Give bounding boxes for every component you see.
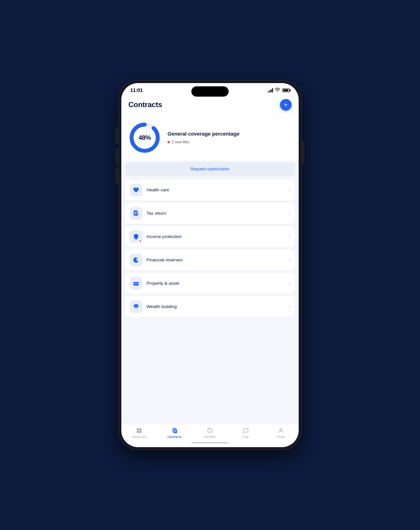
phone-screen: 11:01 — [121, 83, 299, 447]
screen-content: Contracts + 48% General coverag — [121, 95, 299, 424]
page-title: Contracts — [128, 100, 162, 109]
nav-label-dashboard: Dashboard — [131, 435, 146, 439]
coverage-info: General coverage percentage 2 new files — [168, 131, 292, 144]
category-list: Health care › — [121, 176, 299, 320]
svg-point-26 — [244, 430, 245, 430]
status-bar: 11:01 — [121, 83, 299, 95]
nav-label-chat: Chat — [242, 435, 248, 439]
svg-point-29 — [280, 428, 282, 431]
tax-return-label: Tax return — [146, 211, 285, 216]
chevron-right-icon: › — [289, 304, 290, 309]
financial-reserves-icon-wrap — [130, 254, 142, 266]
battery-icon — [282, 88, 290, 92]
chevron-right-icon: › — [289, 187, 290, 192]
phone-frame: 11:01 — [119, 81, 301, 449]
chevron-right-icon: › — [289, 257, 290, 262]
briefcase-icon — [133, 280, 139, 287]
home-indicator — [121, 440, 299, 447]
pie-chart-icon — [133, 257, 139, 263]
nav-item-profile[interactable]: Profile — [272, 427, 290, 439]
person-icon — [277, 427, 284, 434]
optimization-button[interactable]: Request optimization — [125, 162, 295, 176]
add-button[interactable]: + — [280, 99, 292, 111]
category-item-income-protection[interactable]: Income protection › — [125, 226, 295, 247]
home-bar — [191, 442, 229, 443]
svg-point-27 — [245, 430, 246, 430]
status-time: 11:01 — [130, 87, 143, 93]
coverage-section: 48% General coverage percentage 2 new fi… — [121, 116, 299, 161]
dynamic-island — [191, 86, 229, 97]
svg-rect-16 — [139, 431, 141, 433]
chevron-right-icon: › — [289, 281, 290, 286]
nav-item-contracts[interactable]: Contracts — [165, 427, 184, 439]
chevron-right-icon: › — [289, 211, 290, 216]
shield-icon — [133, 233, 139, 240]
notification-dot — [139, 240, 141, 242]
svg-rect-15 — [137, 431, 139, 433]
property-asset-label: Property & asset — [146, 281, 285, 286]
svg-rect-14 — [139, 428, 141, 430]
category-item-property-asset[interactable]: Property & asset › — [125, 273, 295, 294]
grid-icon — [136, 427, 143, 434]
income-protection-icon-wrap — [130, 230, 142, 243]
bottom-nav: Dashboard Contracts — [121, 424, 299, 440]
nav-item-dashboard[interactable]: Dashboard — [130, 427, 148, 439]
new-files-text: 2 new files — [172, 140, 189, 144]
optimization-section: Request optimization — [121, 162, 299, 176]
wifi-icon — [275, 88, 280, 93]
category-item-wealth-building[interactable]: Wealth building › — [125, 296, 295, 317]
wealth-building-label: Wealth building — [146, 304, 285, 309]
chat-icon — [242, 427, 249, 434]
nav-label-benefits: Benefits — [205, 435, 216, 439]
coverage-donut: 48% — [128, 121, 161, 154]
coverage-percentage: 48% — [138, 134, 151, 141]
chevron-right-icon: › — [289, 234, 290, 239]
heart-icon — [133, 187, 139, 193]
new-files-dot — [168, 141, 170, 143]
svg-point-0 — [277, 91, 278, 92]
document-icon — [133, 210, 139, 217]
svg-rect-13 — [137, 428, 139, 430]
nav-item-chat[interactable]: Chat — [236, 427, 255, 439]
nav-item-benefits[interactable]: Benefits — [201, 427, 219, 439]
contracts-icon — [171, 427, 178, 434]
category-item-financial-reserves[interactable]: Financial reserves › — [125, 250, 295, 270]
status-icons — [268, 88, 290, 93]
benefits-icon — [206, 427, 214, 434]
coverage-title: General coverage percentage — [168, 131, 292, 137]
new-files-row: 2 new files — [168, 140, 292, 144]
svg-point-28 — [246, 430, 247, 430]
financial-reserves-label: Financial reserves — [146, 257, 285, 263]
coins-icon — [133, 303, 139, 310]
income-protection-label: Income protection — [146, 234, 285, 239]
tax-return-icon-wrap — [130, 207, 142, 220]
signal-icon — [268, 88, 273, 92]
health-care-icon-wrap — [130, 184, 142, 196]
nav-label-contracts: Contracts — [168, 435, 182, 439]
nav-label-profile: Profile — [277, 435, 285, 439]
page-header: Contracts + — [121, 95, 299, 115]
wealth-building-icon-wrap — [130, 300, 142, 313]
property-asset-icon-wrap — [130, 277, 142, 290]
category-item-tax-return[interactable]: Tax return › — [125, 203, 295, 224]
donut-center: 48% — [138, 134, 151, 141]
health-care-label: Health care — [146, 187, 285, 192]
plus-icon: + — [284, 102, 288, 108]
category-item-health-care[interactable]: Health care › — [125, 179, 295, 201]
